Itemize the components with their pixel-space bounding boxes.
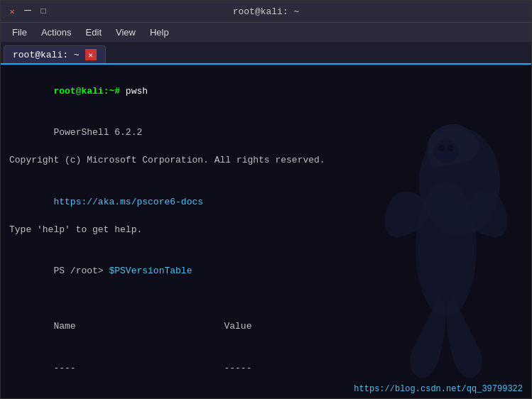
terminal-line-copyright: Copyright (c) Microsoft Corporation. All… [9,153,523,168]
maximize-button[interactable]: □ [38,6,49,17]
terminal-content: root@kali:~# pwsh PowerShell 6.2.2 Copyr… [9,70,523,398]
menu-help[interactable]: Help [144,26,175,39]
menu-view[interactable]: View [110,26,141,39]
close-button[interactable]: ✕ [6,6,18,17]
terminal-blank-1 [9,168,523,182]
terminal-body[interactable]: root@kali:~# pwsh PowerShell 6.2.2 Copyr… [1,65,531,398]
menu-bar: File Actions Edit View Help [1,22,531,42]
title-bar: ✕ — □ root@kali: ~ [1,1,531,22]
menu-file[interactable]: File [6,26,33,39]
menu-edit[interactable]: Edit [80,26,107,39]
tab-bar: root@kali: ~ ✕ [1,42,531,65]
terminal-line-link: https://aka.ms/pscore6-docs [9,181,523,223]
table-sep: --------- [9,347,523,389]
tab-close-button[interactable]: ✕ [85,49,97,60]
prompt-1: root@kali:~# [53,86,125,97]
terminal-line-help: Type 'help' to get help. [9,223,523,237]
terminal-line-ps-version: PowerShell 6.2.2 [9,112,523,154]
terminal-line-1: root@kali:~# pwsh [9,70,523,112]
terminal-blank-2 [9,236,523,251]
watermark-link: https://blog.csdn.net/qq_39799322 [354,384,523,394]
terminal-window: ✕ — □ root@kali: ~ File Actions Edit Vie… [0,0,532,399]
cmd-pwsh: pwsh [126,86,148,97]
terminal-line-ps-prompt: PS /root> $PSVersionTable [9,251,523,293]
terminal-tab[interactable]: root@kali: ~ ✕ [4,45,106,63]
table-header: NameValue [9,306,523,348]
window-title: root@kali: ~ [233,6,300,17]
tab-label: root@kali: ~ [13,50,80,60]
window-controls: ✕ — □ [6,6,49,17]
terminal-blank-3 [9,292,523,306]
minimize-button[interactable]: — [22,5,33,16]
menu-actions[interactable]: Actions [36,26,77,39]
